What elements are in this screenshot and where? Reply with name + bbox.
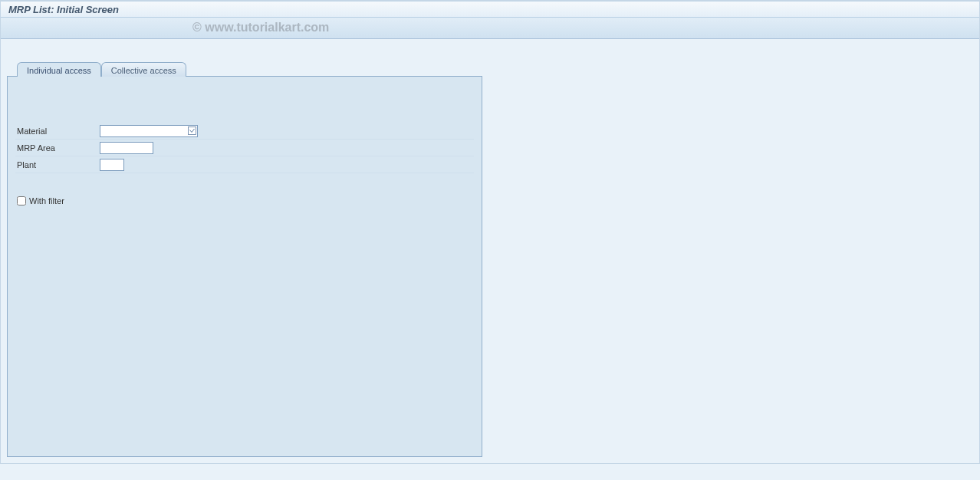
watermark-text: © www.tutorialkart.com (192, 21, 329, 35)
with-filter-checkbox[interactable] (17, 196, 26, 205)
window-frame: MRP List: Initial Screen © www.tutorialk… (0, 0, 980, 464)
row-with-filter: With filter (15, 196, 474, 205)
mrparea-label: MRP Area (15, 143, 100, 153)
title-bar: MRP List: Initial Screen (1, 1, 979, 18)
row-plant: Plant (15, 156, 474, 173)
application-toolbar: © www.tutorialkart.com (1, 18, 979, 39)
plant-input[interactable] (100, 159, 124, 171)
tab-label: Collective access (111, 66, 176, 75)
plant-label: Plant (15, 160, 100, 169)
with-filter-label: With filter (29, 196, 64, 205)
tab-individual-access[interactable]: Individual access (17, 62, 101, 77)
row-material: Material (15, 123, 474, 140)
tab-strip: Individual access Collective access (17, 62, 973, 77)
tab-label: Individual access (27, 66, 91, 75)
mrparea-input[interactable] (100, 142, 153, 154)
content-area: Individual access Collective access Mate… (1, 39, 979, 463)
tab-panel-individual: Material MRP Area (7, 76, 482, 457)
tab-collective-access[interactable]: Collective access (101, 62, 186, 77)
page-title: MRP List: Initial Screen (8, 4, 119, 15)
material-label: Material (15, 127, 100, 136)
row-mrp-area: MRP Area (15, 140, 474, 156)
material-input[interactable] (100, 125, 198, 137)
